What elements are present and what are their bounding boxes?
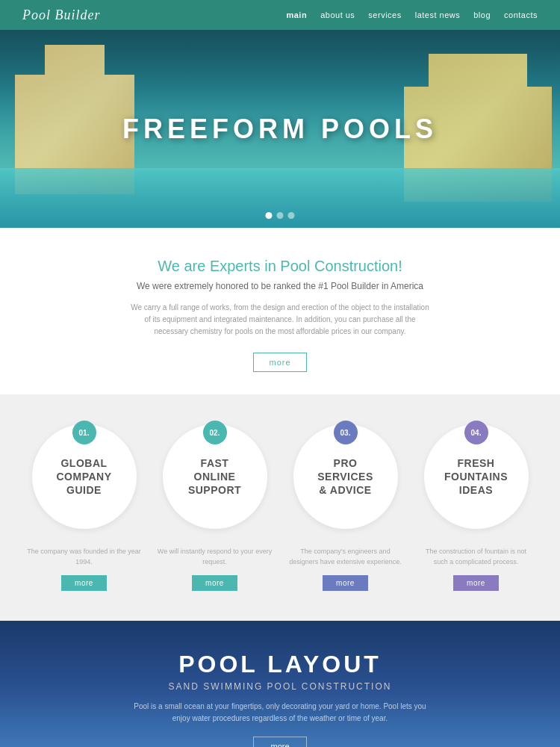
nav-news[interactable]: latest news (415, 10, 461, 19)
feature-label-3: PROSERVICES& ADVICE (317, 456, 373, 498)
feature-item-3: 03. PROSERVICES& ADVICE The company's en… (287, 424, 403, 591)
feature-desc-3: The company's engineers and designers ha… (287, 547, 403, 568)
about-more-button[interactable]: more (253, 353, 306, 372)
hero-section: FREEFORM POOLS (0, 30, 560, 228)
feature-circle-wrap-4: 04. FRESHFOUNTAINSIDEAS (424, 424, 529, 529)
feature-more-button-4[interactable]: more (453, 575, 499, 591)
feature-circle-wrap-3: 03. PROSERVICES& ADVICE (293, 424, 398, 529)
feature-number-1: 01. (72, 421, 96, 444)
feature-item-1: 01. GLOBALCOMPANYGUIDE The company was f… (26, 424, 142, 591)
feature-number-4: 04. (464, 421, 488, 444)
feature-desc-4: The construction of fountain is not such… (418, 547, 534, 568)
features-section: 01. GLOBALCOMPANYGUIDE The company was f… (0, 394, 560, 621)
about-section: We are Experts in Pool Construction! We … (0, 228, 560, 394)
feature-label-4: FRESHFOUNTAINSIDEAS (444, 456, 508, 498)
header: Pool Builder main about us services late… (0, 0, 560, 30)
feature-desc-1: The company was founded in the year 1994… (26, 547, 142, 568)
feature-number-3: 03. (334, 421, 358, 444)
feature-more-button-2[interactable]: more (192, 575, 237, 591)
feature-label-1: GLOBALCOMPANYGUIDE (56, 456, 111, 498)
hero-dot-3[interactable] (288, 212, 295, 219)
feature-more-button-3[interactable]: more (323, 575, 368, 591)
nav-contacts[interactable]: contacts (504, 10, 538, 19)
features-grid: 01. GLOBALCOMPANYGUIDE The company was f… (15, 424, 545, 591)
feature-item-4: 04. FRESHFOUNTAINSIDEAS The construction… (418, 424, 534, 591)
feature-label-2: FASTONLINESUPPORT (188, 456, 241, 498)
pool-layout-section: POOL LAYOUT SAND SWIMMING POOL CONSTRUCT… (0, 621, 560, 747)
nav-main[interactable]: main (286, 10, 307, 19)
hero-title: FREEFORM POOLS (122, 114, 438, 145)
about-subtitle: We were extremely honored to be ranked t… (22, 281, 538, 291)
pool-layout-title: POOL LAYOUT (178, 651, 382, 678)
feature-circle-wrap-2: 02. FASTONLINESUPPORT (163, 424, 267, 529)
about-heading: We are Experts in Pool Construction! (22, 258, 538, 275)
hero-dots[interactable] (266, 212, 295, 219)
logo: Pool Builder (22, 7, 101, 23)
hero-dot-1[interactable] (266, 212, 273, 219)
nav-services[interactable]: services (368, 10, 401, 19)
feature-desc-2: We will instantly respond to your every … (157, 547, 273, 568)
about-description: We carry a full range of works, from the… (131, 302, 429, 338)
main-nav: main about us services latest news blog … (286, 10, 538, 19)
nav-about[interactable]: about us (320, 10, 355, 19)
pool-layout-subtitle: SAND SWIMMING POOL CONSTRUCTION (169, 681, 392, 692)
pool-layout-more-button[interactable]: more (253, 737, 306, 748)
feature-circle-wrap-1: 01. GLOBALCOMPANYGUIDE (32, 424, 137, 529)
hero-pool (0, 168, 560, 228)
feature-item-2: 02. FASTONLINESUPPORT We will instantly … (157, 424, 273, 591)
hero-dot-2[interactable] (277, 212, 284, 219)
feature-more-button-1[interactable]: more (61, 575, 107, 591)
nav-blog[interactable]: blog (473, 10, 491, 19)
pool-layout-description: Pool is a small ocean at your fingertips… (131, 701, 429, 725)
feature-number-2: 02. (203, 421, 227, 444)
